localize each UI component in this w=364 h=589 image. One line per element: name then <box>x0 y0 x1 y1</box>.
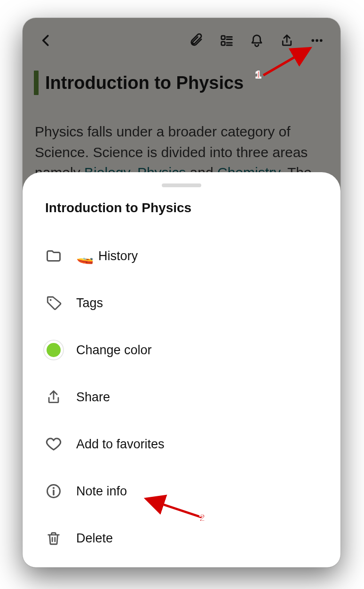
info-icon <box>43 481 64 501</box>
annotation-step-2: 2 <box>199 512 205 524</box>
share-icon <box>43 387 64 407</box>
folder-emoji: 🚤 <box>76 248 94 264</box>
menu-item-tags[interactable]: Tags <box>43 279 318 326</box>
menu-item-add-favorite[interactable]: Add to favorites <box>43 421 318 468</box>
color-swatch-icon <box>43 340 64 360</box>
menu-item-share[interactable]: Share <box>43 374 318 421</box>
menu-label-info: Note info <box>76 484 127 499</box>
annotation-step-1: 1 <box>255 69 261 81</box>
menu-item-note-info[interactable]: Note info <box>43 468 318 515</box>
menu-item-delete[interactable]: Delete <box>43 515 318 562</box>
menu-label-favorite: Add to favorites <box>76 437 165 452</box>
bottom-sheet: Introduction to Physics 🚤 History Tags <box>23 172 340 567</box>
menu-label-share: Share <box>76 390 110 405</box>
heart-icon <box>43 434 64 454</box>
menu-label-color: Change color <box>76 343 152 358</box>
tag-icon <box>43 293 64 313</box>
menu-label-tags: Tags <box>76 296 103 310</box>
menu-item-folder[interactable]: 🚤 History <box>43 232 318 279</box>
menu-label-delete: Delete <box>76 531 113 546</box>
trash-icon <box>43 528 64 549</box>
sheet-title: Introduction to Physics <box>45 200 318 215</box>
svg-point-12 <box>53 487 55 489</box>
menu-item-change-color[interactable]: Change color <box>43 326 318 374</box>
svg-point-9 <box>50 299 52 301</box>
device-frame: Introduction to Physics Physics falls un… <box>23 18 340 567</box>
color-dot <box>47 343 61 357</box>
folder-icon <box>43 246 64 266</box>
sheet-menu: 🚤 History Tags Change color <box>43 232 318 562</box>
sheet-grabber[interactable] <box>162 183 201 187</box>
menu-label-folder: History <box>98 249 138 263</box>
